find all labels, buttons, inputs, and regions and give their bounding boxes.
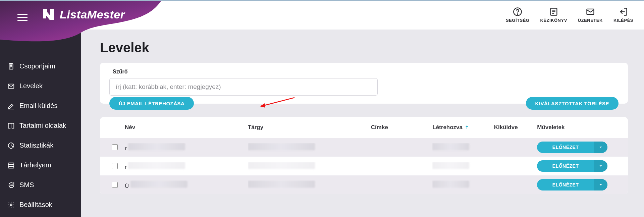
sidebar-item-email-send[interactable]: Email küldés xyxy=(0,96,81,116)
logout-icon xyxy=(619,7,628,16)
sidebar-item-label: Levelek xyxy=(19,82,43,90)
sidebar-item-letters[interactable]: Levelek xyxy=(0,76,81,96)
preview-dropdown-caret[interactable] xyxy=(594,179,607,191)
filter-label: Szűrő xyxy=(113,69,619,75)
svg-point-19 xyxy=(10,185,10,185)
manual-label: KÉZIKÖNYV xyxy=(540,18,567,23)
book-icon xyxy=(7,122,15,129)
logout-action[interactable]: KILÉPÉS xyxy=(613,7,633,23)
svg-point-21 xyxy=(12,185,13,185)
envelope-icon xyxy=(586,7,595,16)
preview-split-button[interactable]: ELŐNÉZET xyxy=(537,142,607,153)
row-checkbox[interactable] xyxy=(112,144,118,150)
sidebar-item-storage[interactable]: Tárhelyem xyxy=(0,155,81,175)
svg-point-1 xyxy=(517,14,518,14)
sidebar-item-settings[interactable]: Beállítások xyxy=(0,195,81,215)
messages-label: ÜZENETEK xyxy=(578,18,603,23)
piechart-icon xyxy=(7,142,15,149)
chevron-down-icon xyxy=(598,145,603,150)
sidebar-item-groups[interactable]: Csoportjaim xyxy=(0,56,81,76)
cell-created xyxy=(432,162,494,171)
col-actions: Műveletek xyxy=(537,124,623,131)
svg-rect-17 xyxy=(8,165,14,166)
delete-selected-button[interactable]: KIVÁLASZTOTTAK TÖRLÉSE xyxy=(526,97,619,110)
gear-icon xyxy=(7,201,15,209)
filter-input[interactable] xyxy=(109,78,378,96)
brand-name: ListaMester xyxy=(60,8,125,21)
col-created[interactable]: Létrehozva xyxy=(432,124,494,131)
logout-label: KILÉPÉS xyxy=(613,18,633,23)
cell-created xyxy=(432,143,494,152)
svg-point-20 xyxy=(11,185,12,185)
cell-created xyxy=(432,180,494,189)
preview-dropdown-caret[interactable] xyxy=(594,142,607,153)
sidebar-item-statistics[interactable]: Statisztikák xyxy=(0,135,81,155)
cell-name: Ú xyxy=(125,180,248,189)
row-checkbox[interactable] xyxy=(112,182,118,188)
main-content: Levelek Szűrő ÚJ EMAIL LÉTREHOZÁSA KIVÁL… xyxy=(81,30,644,217)
sidebar-item-label: Statisztikák xyxy=(19,142,53,149)
sidebar-item-content-pages[interactable]: Tartalmi oldalak xyxy=(0,116,81,135)
preview-split-button[interactable]: ELŐNÉZET xyxy=(537,179,607,191)
preview-split-button[interactable]: ELŐNÉZET xyxy=(537,160,607,172)
messages-action[interactable]: ÜZENETEK xyxy=(578,7,603,23)
brand-logo[interactable]: ListaMester xyxy=(42,8,125,21)
col-subject[interactable]: Tárgy xyxy=(248,124,371,131)
cell-subject xyxy=(248,143,371,152)
table-row: Ú ELŐNÉZET xyxy=(100,175,628,194)
sidebar-item-label: Tárhelyem xyxy=(19,161,51,169)
cell-subject xyxy=(248,180,371,189)
cell-subject xyxy=(248,162,371,171)
col-label[interactable]: Címke xyxy=(371,124,432,131)
filter-card: Szűrő ÚJ EMAIL LÉTREHOZÁSA KIVÁLASZTOTTA… xyxy=(100,63,628,104)
hamburger-menu[interactable] xyxy=(17,12,28,23)
letters-table: Név Tárgy Címke Létrehozva Kiküldve Műve… xyxy=(100,117,628,194)
top-actions: SEGÍTSÉG KÉZIKÖNYV ÜZENETEK KILÉPÉS xyxy=(506,1,644,23)
cell-name: r xyxy=(125,143,248,152)
chat-icon xyxy=(7,181,15,189)
col-name[interactable]: Név xyxy=(125,124,248,131)
svg-point-22 xyxy=(10,204,12,206)
sidebar-item-label: Beállítások xyxy=(19,201,52,209)
table-row: r ELŐNÉZET xyxy=(100,138,628,157)
preview-button[interactable]: ELŐNÉZET xyxy=(537,160,594,172)
sidebar-item-label: Email küldés xyxy=(19,102,57,110)
preview-button[interactable]: ELŐNÉZET xyxy=(537,179,594,191)
cell-name: r xyxy=(125,162,248,171)
sidebar-item-sms[interactable]: SMS xyxy=(0,175,81,195)
chevron-down-icon xyxy=(598,182,603,187)
table-header: Név Tárgy Címke Létrehozva Kiküldve Műve… xyxy=(100,117,628,138)
sidebar-item-label: Csoportjaim xyxy=(19,62,55,70)
sidebar-item-label: Tartalmi oldalak xyxy=(19,122,66,129)
help-icon xyxy=(513,7,522,16)
sidebar-item-label: SMS xyxy=(19,181,34,189)
table-row: r ELŐNÉZET xyxy=(100,157,628,175)
edit-icon xyxy=(7,102,15,110)
manual-action[interactable]: KÉZIKÖNYV xyxy=(540,7,567,23)
svg-rect-16 xyxy=(8,163,14,164)
sidebar: Csoportjaim Levelek Email küldés Tartalm… xyxy=(0,30,81,217)
row-checkbox[interactable] xyxy=(112,163,118,169)
envelope-icon xyxy=(7,83,15,90)
help-action[interactable]: SEGÍTSÉG xyxy=(506,7,529,23)
svg-rect-18 xyxy=(8,166,14,168)
col-sent[interactable]: Kiküldve xyxy=(494,124,537,131)
preview-dropdown-caret[interactable] xyxy=(594,160,607,172)
help-label: SEGÍTSÉG xyxy=(506,18,529,23)
sort-asc-icon xyxy=(465,125,469,130)
new-email-button[interactable]: ÚJ EMAIL LÉTREHOZÁSA xyxy=(109,97,194,110)
chevron-down-icon xyxy=(598,164,603,168)
logo-mark-icon xyxy=(42,8,55,21)
storage-icon xyxy=(7,162,15,169)
page-title: Levelek xyxy=(100,40,628,55)
manual-icon xyxy=(549,7,558,16)
clipboard-icon xyxy=(7,63,15,70)
preview-button[interactable]: ELŐNÉZET xyxy=(537,142,594,153)
